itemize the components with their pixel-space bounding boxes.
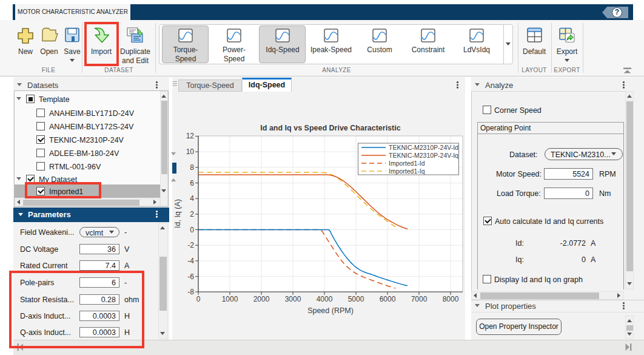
- svg-text:6: 6: [190, 179, 194, 188]
- svg-text:3000: 3000: [285, 295, 301, 303]
- svg-text:-6: -6: [187, 272, 194, 281]
- svg-text:2000: 2000: [253, 295, 270, 303]
- svg-text:7000: 7000: [411, 295, 428, 303]
- svg-text:0: 0: [190, 226, 194, 234]
- svg-text:6000: 6000: [380, 295, 396, 303]
- svg-text:TEKNIC-M2310P-24V-Iq: TEKNIC-M2310P-24V-Iq: [389, 152, 458, 159]
- svg-text:0: 0: [196, 295, 201, 303]
- svg-text:4000: 4000: [317, 295, 333, 303]
- svg-text:8: 8: [190, 163, 194, 172]
- svg-text:-8: -8: [187, 288, 194, 296]
- svg-text:Id and Iq vs Speed Drive Chara: Id and Iq vs Speed Drive Characteristic: [260, 124, 400, 132]
- svg-text:1000: 1000: [222, 295, 238, 303]
- svg-text:Imported1-Id: Imported1-Id: [389, 160, 425, 167]
- svg-text:-2: -2: [187, 241, 194, 249]
- svg-text:Id, Iq (A): Id, Iq (A): [173, 199, 182, 228]
- svg-text:10: 10: [186, 147, 195, 156]
- svg-text:12: 12: [186, 132, 195, 140]
- svg-text:-4: -4: [187, 257, 194, 265]
- svg-text:2: 2: [190, 210, 194, 218]
- svg-text:8000: 8000: [443, 295, 459, 303]
- svg-text:5000: 5000: [348, 295, 364, 303]
- svg-text:Imported1-Iq: Imported1-Iq: [389, 167, 425, 175]
- svg-text:4: 4: [190, 194, 194, 203]
- svg-text:TEKNIC-M2310P-24V-Id: TEKNIC-M2310P-24V-Id: [389, 144, 458, 151]
- svg-text:Speed (RPM): Speed (RPM): [307, 306, 354, 315]
